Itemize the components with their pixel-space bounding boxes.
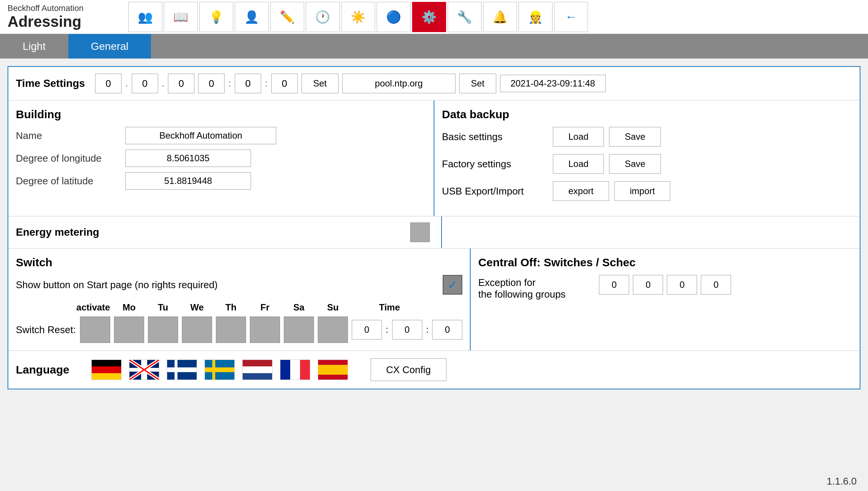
exception-row: Exception for the following groups: [478, 275, 852, 302]
energy-metering-checkbox[interactable]: [410, 222, 430, 242]
tab-light[interactable]: Light: [0, 34, 68, 59]
basic-settings-row: Basic settings Load Save: [442, 127, 852, 147]
central-off-title: Central Off: Switches / Schec: [478, 256, 852, 269]
latitude-row: Degree of latitude: [16, 172, 426, 190]
usb-export-button[interactable]: export: [553, 181, 609, 201]
time-settings-label: Time Settings: [16, 77, 91, 90]
language-section: Language: [8, 351, 860, 389]
tab-general[interactable]: General: [68, 34, 151, 59]
version-label: 1.1.6.0: [826, 476, 857, 487]
bulb-icon[interactable]: 💡: [199, 2, 233, 32]
activate-header: activate: [76, 302, 110, 313]
switch-left-col: Switch Show button on Start page (no rig…: [8, 249, 471, 350]
cx-config-button[interactable]: CX Config: [371, 358, 446, 381]
time-header: Time: [352, 302, 427, 313]
central-off-section: Central Off: Switches / Schec Exception …: [471, 249, 860, 350]
data-backup-title: Data backup: [442, 108, 852, 121]
header: Beckhoff Automation Adressing 👥📖💡👤✏️🕐☀️🔵…: [0, 0, 868, 34]
data-backup-section: Data backup Basic settings Load Save Fac…: [434, 100, 860, 216]
time-s-sched[interactable]: [432, 320, 462, 340]
fr-checkbox[interactable]: [250, 317, 280, 343]
longitude-label: Degree of longitude: [16, 153, 122, 164]
tab-bar: Light General: [0, 34, 868, 59]
we-header: We: [182, 302, 212, 313]
flag-swedish[interactable]: [205, 360, 235, 380]
th-checkbox[interactable]: [216, 317, 246, 343]
sa-checkbox[interactable]: [284, 317, 314, 343]
time-h-input[interactable]: [198, 74, 225, 93]
show-btn-checkbox[interactable]: ✓: [443, 275, 462, 295]
exc-g1[interactable]: [599, 275, 629, 295]
gear-cog-icon[interactable]: ⚙️: [412, 2, 446, 32]
building-name-label: Name: [16, 130, 122, 142]
time-set-button[interactable]: Set: [302, 74, 339, 93]
building-backup-row: Building Name Degree of longitude Degree…: [8, 100, 860, 216]
ip2-input[interactable]: [132, 74, 158, 93]
usb-row: USB Export/Import export import: [442, 181, 852, 201]
person-settings-icon[interactable]: 👤: [235, 2, 269, 32]
worker-icon[interactable]: 👷: [519, 2, 553, 32]
usb-label: USB Export/Import: [442, 185, 548, 197]
flag-dutch[interactable]: [242, 360, 272, 380]
ip1-input[interactable]: [95, 74, 122, 93]
time-m-input[interactable]: [235, 74, 261, 93]
clock-icon[interactable]: 🕐: [306, 2, 340, 32]
switch-reset-label: Switch Reset:: [16, 324, 76, 336]
su-header: Su: [318, 302, 348, 313]
basic-save-button[interactable]: Save: [609, 127, 661, 147]
ntp-server-input[interactable]: [342, 74, 456, 93]
flag-spanish[interactable]: [318, 360, 348, 380]
tools-icon[interactable]: 🔧: [448, 2, 482, 32]
datetime-display: 2021-04-23-09:11:48: [500, 75, 606, 92]
ntp-set-button[interactable]: Set: [459, 74, 496, 93]
tu-checkbox[interactable]: [148, 317, 178, 343]
basic-load-button[interactable]: Load: [553, 127, 604, 147]
show-btn-label: Show button on Start page (no rights req…: [16, 279, 443, 291]
ip3-input[interactable]: [168, 74, 194, 93]
tu-header: Tu: [148, 302, 178, 313]
su-checkbox[interactable]: [318, 317, 348, 343]
content-box: Time Settings . . : : Set Set 2021-04-23…: [8, 66, 860, 389]
building-name-input[interactable]: [125, 127, 276, 144]
th-header: Th: [216, 302, 246, 313]
flag-uk[interactable]: [129, 360, 159, 380]
building-title: Building: [16, 108, 426, 121]
usb-import-button[interactable]: import: [614, 181, 671, 201]
book-icon[interactable]: 📖: [164, 2, 198, 32]
exc-g2[interactable]: [633, 275, 663, 295]
we-checkbox[interactable]: [182, 317, 212, 343]
gauge-icon[interactable]: 🔵: [377, 2, 411, 32]
factory-save-button[interactable]: Save: [609, 154, 661, 174]
activate-checkbox[interactable]: [80, 317, 110, 343]
group-icon[interactable]: 👥: [128, 2, 162, 32]
fr-header: Fr: [250, 302, 280, 313]
exc-g4[interactable]: [701, 275, 731, 295]
sun-settings-icon[interactable]: ☀️: [341, 2, 375, 32]
latitude-input[interactable]: [125, 172, 251, 190]
main-content: Time Settings . . : : Set Set 2021-04-23…: [0, 59, 868, 491]
switch-reset-row: Switch Reset: : :: [16, 317, 462, 343]
longitude-input[interactable]: [125, 150, 251, 167]
factory-settings-label: Factory settings: [442, 158, 548, 170]
exc-g3[interactable]: [667, 275, 697, 295]
bell-icon[interactable]: 🔔: [483, 2, 517, 32]
time-h-sched[interactable]: [352, 320, 382, 340]
flag-french[interactable]: [280, 360, 310, 380]
flag-german[interactable]: [91, 360, 122, 380]
time-s-input[interactable]: [271, 74, 298, 93]
page-title: Adressing: [8, 13, 113, 30]
switch-title: Switch: [16, 256, 462, 269]
energy-metering-section: Energy metering: [8, 216, 860, 249]
nav-toolbar: 👥📖💡👤✏️🕐☀️🔵⚙️🔧🔔👷←: [128, 2, 860, 32]
basic-settings-label: Basic settings: [442, 131, 548, 143]
back-icon[interactable]: ←: [554, 2, 588, 32]
show-btn-row: Show button on Start page (no rights req…: [16, 275, 462, 295]
pointer-icon[interactable]: ✏️: [270, 2, 304, 32]
factory-settings-row: Factory settings Load Save: [442, 154, 852, 174]
factory-load-button[interactable]: Load: [553, 154, 604, 174]
latitude-label: Degree of latitude: [16, 175, 122, 187]
mo-checkbox[interactable]: [114, 317, 144, 343]
time-m-sched[interactable]: [392, 320, 422, 340]
flag-finnish[interactable]: [167, 360, 197, 380]
exception-inputs: [599, 275, 731, 295]
